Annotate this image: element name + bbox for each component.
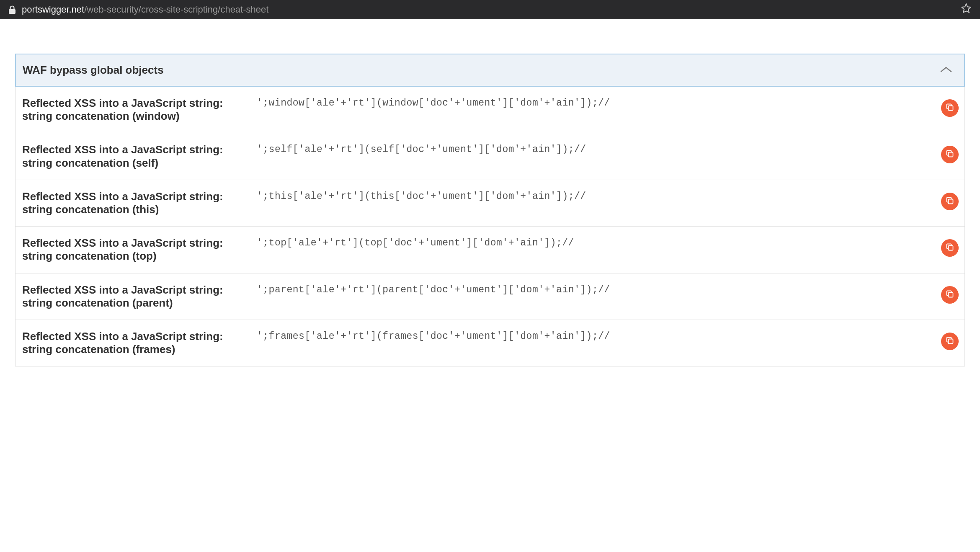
cheat-sheet-entry: Reflected XSS into a JavaScript string: …: [15, 320, 965, 366]
url-text: portswigger.net/web-security/cross-site-…: [22, 4, 268, 15]
svg-rect-3: [949, 199, 953, 204]
chevron-up-icon: [940, 66, 952, 75]
svg-rect-0: [9, 9, 15, 14]
copy-icon: [946, 196, 954, 206]
copy-button[interactable]: [941, 99, 959, 117]
accordion-body: Reflected XSS into a JavaScript string: …: [15, 87, 965, 366]
url-path: /web-security/cross-site-scripting/cheat…: [84, 4, 268, 15]
copy-icon: [946, 103, 954, 113]
page-content: WAF bypass global objects Reflected XSS …: [0, 19, 980, 366]
copy-button[interactable]: [941, 333, 959, 350]
entry-code: ';parent['ale'+'rt'](parent['doc'+'ument…: [257, 284, 933, 295]
copy-icon: [946, 290, 954, 300]
copy-button[interactable]: [941, 146, 959, 163]
entry-title: Reflected XSS into a JavaScript string: …: [22, 97, 248, 123]
entry-title: Reflected XSS into a JavaScript string: …: [22, 190, 248, 216]
entry-title: Reflected XSS into a JavaScript string: …: [22, 284, 248, 310]
copy-icon: [946, 243, 954, 253]
browser-address-bar[interactable]: portswigger.net/web-security/cross-site-…: [0, 0, 980, 19]
copy-button[interactable]: [941, 286, 959, 304]
copy-button[interactable]: [941, 193, 959, 210]
copy-icon: [946, 336, 954, 346]
svg-rect-4: [949, 246, 953, 250]
entry-title: Reflected XSS into a JavaScript string: …: [22, 237, 248, 263]
copy-button[interactable]: [941, 239, 959, 257]
svg-rect-1: [949, 106, 953, 111]
copy-icon: [946, 150, 954, 160]
entry-code: ';this['ale'+'rt'](this['doc'+'ument']['…: [257, 190, 933, 202]
svg-rect-6: [949, 339, 953, 343]
entry-code: ';window['ale'+'rt'](window['doc'+'ument…: [257, 97, 933, 108]
cheat-sheet-entry: Reflected XSS into a JavaScript string: …: [15, 273, 965, 320]
entry-code: ';frames['ale'+'rt'](frames['doc'+'ument…: [257, 330, 933, 342]
lock-icon: [8, 5, 16, 14]
entry-title: Reflected XSS into a JavaScript string: …: [22, 143, 248, 169]
svg-rect-5: [949, 292, 953, 297]
cheat-sheet-entry: Reflected XSS into a JavaScript string: …: [15, 180, 965, 227]
bookmark-star-icon[interactable]: [961, 3, 972, 16]
accordion-title: WAF bypass global objects: [23, 64, 164, 77]
entry-title: Reflected XSS into a JavaScript string: …: [22, 330, 248, 356]
accordion-header-waf-bypass[interactable]: WAF bypass global objects: [15, 54, 965, 87]
svg-rect-2: [949, 152, 953, 157]
cheat-sheet-entry: Reflected XSS into a JavaScript string: …: [15, 227, 965, 273]
cheat-sheet-entry: Reflected XSS into a JavaScript string: …: [15, 133, 965, 180]
entry-code: ';self['ale'+'rt'](self['doc'+'ument']['…: [257, 143, 933, 155]
url-domain: portswigger.net: [22, 4, 84, 15]
entry-code: ';top['ale'+'rt'](top['doc'+'ument']['do…: [257, 237, 933, 248]
cheat-sheet-entry: Reflected XSS into a JavaScript string: …: [15, 87, 965, 133]
